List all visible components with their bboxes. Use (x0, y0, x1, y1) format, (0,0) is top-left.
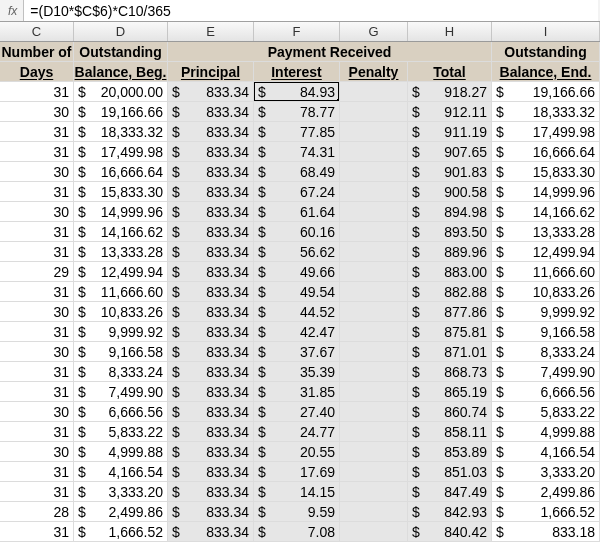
cell-penalty[interactable] (340, 442, 408, 461)
fx-icon[interactable]: fx (2, 0, 24, 21)
cell-balance-end[interactable]: $5,833.22 (492, 402, 600, 421)
cell-total[interactable]: $912.11 (408, 102, 492, 121)
cell-penalty[interactable] (340, 482, 408, 501)
hdr-interest[interactable]: Interest (254, 62, 340, 81)
cell-balance-end[interactable]: $9,999.92 (492, 302, 600, 321)
cell-days[interactable]: 31 (0, 382, 74, 401)
cell-total[interactable]: $853.89 (408, 442, 492, 461)
cell-balance-beg[interactable]: $14,999.96 (74, 202, 168, 221)
col-header-i[interactable]: I (492, 22, 600, 41)
cell-principal[interactable]: $833.34 (168, 462, 254, 481)
cell-total[interactable]: $875.81 (408, 322, 492, 341)
cell-days[interactable]: 31 (0, 422, 74, 441)
cell-balance-end[interactable]: $19,166.66 (492, 82, 600, 101)
cell-principal[interactable]: $833.34 (168, 422, 254, 441)
cell-balance-end[interactable]: $14,999.96 (492, 182, 600, 201)
cell-total[interactable]: $901.83 (408, 162, 492, 181)
cell-penalty[interactable] (340, 162, 408, 181)
cell-interest[interactable]: $49.54 (254, 282, 340, 301)
cell-balance-end[interactable]: $8,333.24 (492, 342, 600, 361)
cell-principal[interactable]: $833.34 (168, 302, 254, 321)
cell-principal[interactable]: $833.34 (168, 182, 254, 201)
cell-days[interactable]: 30 (0, 402, 74, 421)
cell-total[interactable]: $877.86 (408, 302, 492, 321)
col-header-g[interactable]: G (340, 22, 408, 41)
cell-balance-beg[interactable]: $5,833.22 (74, 422, 168, 441)
cell-total[interactable]: $847.49 (408, 482, 492, 501)
cell-balance-end[interactable]: $2,499.86 (492, 482, 600, 501)
cell-penalty[interactable] (340, 142, 408, 161)
cell-penalty[interactable] (340, 402, 408, 421)
cell-penalty[interactable] (340, 342, 408, 361)
cell-balance-end[interactable]: $6,666.56 (492, 382, 600, 401)
cell-days[interactable]: 31 (0, 362, 74, 381)
col-header-h[interactable]: H (408, 22, 492, 41)
cell-interest[interactable]: $67.24 (254, 182, 340, 201)
cell-balance-beg[interactable]: $3,333.20 (74, 482, 168, 501)
cell-balance-end[interactable]: $4,166.54 (492, 442, 600, 461)
cell-balance-beg[interactable]: $16,666.64 (74, 162, 168, 181)
cell-interest[interactable]: $14.15 (254, 482, 340, 501)
cell-balance-beg[interactable]: $10,833.26 (74, 302, 168, 321)
cell-principal[interactable]: $833.34 (168, 502, 254, 521)
formula-input[interactable] (24, 0, 598, 21)
cell-days[interactable]: 29 (0, 262, 74, 281)
cell-balance-end[interactable]: $14,166.62 (492, 202, 600, 221)
cell-interest[interactable]: $60.16 (254, 222, 340, 241)
cell-penalty[interactable] (340, 522, 408, 541)
cell-days[interactable]: 31 (0, 322, 74, 341)
cell-penalty[interactable] (340, 102, 408, 121)
cell-total[interactable]: $894.98 (408, 202, 492, 221)
cell-interest[interactable]: $17.69 (254, 462, 340, 481)
cell-days[interactable]: 31 (0, 282, 74, 301)
cell-days[interactable]: 31 (0, 182, 74, 201)
cell-balance-end[interactable]: $17,499.98 (492, 122, 600, 141)
cell-balance-beg[interactable]: $2,499.86 (74, 502, 168, 521)
hdr-days[interactable]: Days (0, 62, 74, 81)
cell-days[interactable]: 30 (0, 202, 74, 221)
col-header-c[interactable]: C (0, 22, 74, 41)
cell-interest[interactable]: $44.52 (254, 302, 340, 321)
cell-principal[interactable]: $833.34 (168, 442, 254, 461)
cell-penalty[interactable] (340, 462, 408, 481)
cell-total[interactable]: $865.19 (408, 382, 492, 401)
cell-penalty[interactable] (340, 122, 408, 141)
cell-days[interactable]: 31 (0, 242, 74, 261)
cell-penalty[interactable] (340, 302, 408, 321)
col-header-f[interactable]: F (254, 22, 340, 41)
hdr-principal[interactable]: Principal (168, 62, 254, 81)
cell-interest[interactable]: $20.55 (254, 442, 340, 461)
cell-total[interactable]: $907.65 (408, 142, 492, 161)
cell-balance-end[interactable]: $10,833.26 (492, 282, 600, 301)
cell-principal[interactable]: $833.34 (168, 162, 254, 181)
cell-balance-beg[interactable]: $12,499.94 (74, 262, 168, 281)
cell-total[interactable]: $842.93 (408, 502, 492, 521)
cell-penalty[interactable] (340, 282, 408, 301)
cell-total[interactable]: $868.73 (408, 362, 492, 381)
cell-days[interactable]: 31 (0, 482, 74, 501)
cell-balance-beg[interactable]: $14,166.62 (74, 222, 168, 241)
cell-interest[interactable]: $56.62 (254, 242, 340, 261)
hdr-payment-received[interactable]: Payment Received (168, 42, 492, 61)
col-header-e[interactable]: E (168, 22, 254, 41)
cell-interest[interactable]: $7.08 (254, 522, 340, 541)
cell-penalty[interactable] (340, 322, 408, 341)
col-header-d[interactable]: D (74, 22, 168, 41)
cell-balance-beg[interactable]: $8,333.24 (74, 362, 168, 381)
cell-total[interactable]: $882.88 (408, 282, 492, 301)
cell-total[interactable]: $918.27 (408, 82, 492, 101)
cell-principal[interactable]: $833.34 (168, 282, 254, 301)
cell-total[interactable]: $893.50 (408, 222, 492, 241)
cell-total[interactable]: $889.96 (408, 242, 492, 261)
cell-total[interactable]: $851.03 (408, 462, 492, 481)
cell-total[interactable]: $871.01 (408, 342, 492, 361)
cell-days[interactable]: 30 (0, 302, 74, 321)
cell-interest[interactable]: $77.85 (254, 122, 340, 141)
cell-balance-beg[interactable]: $11,666.60 (74, 282, 168, 301)
cell-principal[interactable]: $833.34 (168, 402, 254, 421)
cell-principal[interactable]: $833.34 (168, 322, 254, 341)
cell-balance-end[interactable]: $12,499.94 (492, 242, 600, 261)
cell-total[interactable]: $840.42 (408, 522, 492, 541)
cell-days[interactable]: 31 (0, 222, 74, 241)
cell-balance-beg[interactable]: $20,000.00 (74, 82, 168, 101)
